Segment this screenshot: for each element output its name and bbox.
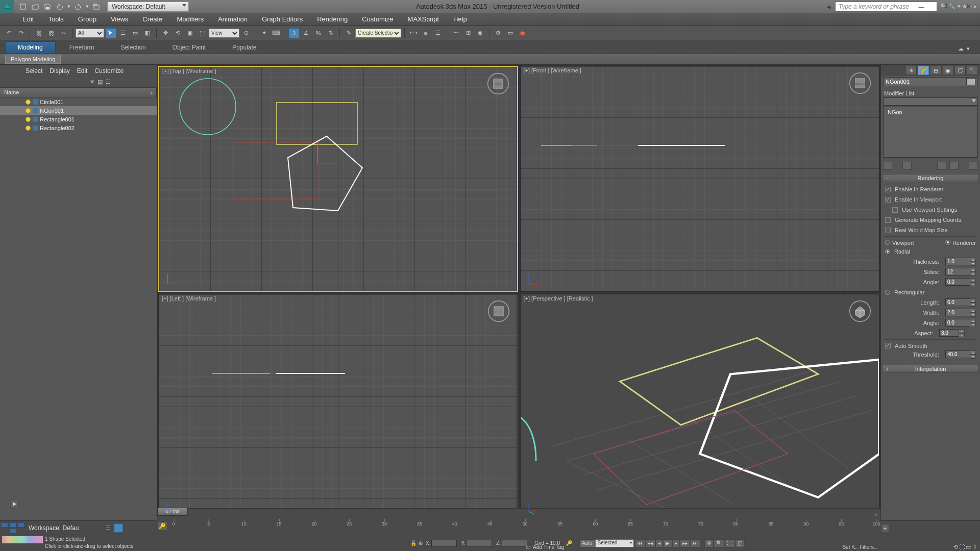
radio-renderer[interactable]	[945, 240, 950, 245]
select-by-name-icon[interactable]: ☰	[117, 28, 129, 38]
curve-editor-icon[interactable]: 〜	[450, 28, 461, 38]
color-swatch-bar[interactable]	[2, 536, 43, 543]
visibility-icon[interactable]	[26, 117, 31, 122]
viewport-front[interactable]: [+] [Front ] [Wireframe ] FRONT	[520, 66, 880, 292]
layers-icon[interactable]: ☰	[432, 28, 444, 38]
freeze-icon[interactable]	[33, 99, 38, 105]
unlink-icon[interactable]: ⛓̸	[45, 28, 57, 38]
nav-orbit-icon[interactable]: ⟲	[953, 544, 958, 550]
render-frame-icon[interactable]: ▭	[505, 28, 516, 38]
nav-zoom-icon[interactable]: 🔍	[714, 539, 725, 547]
rotate-icon[interactable]: ⟲	[172, 28, 183, 38]
add-time-tag[interactable]: Add Time Tag	[533, 544, 564, 550]
viewport-left[interactable]: [+] [Left ] [Wireframe ] LEFT	[158, 294, 518, 520]
viewport-label[interactable]: [+] [Front ] [Wireframe ]	[524, 67, 581, 73]
select-object-icon[interactable]	[105, 28, 116, 38]
modifier-list-dropdown[interactable]	[883, 97, 978, 106]
nav-maximize-icon[interactable]: ⛶	[959, 544, 965, 550]
tab-utilities-icon[interactable]: 🔨	[967, 66, 978, 75]
project-icon[interactable]	[91, 2, 102, 12]
remove-modifier-icon[interactable]	[949, 162, 959, 170]
goto-end-icon[interactable]: ⏭	[690, 539, 700, 547]
transform-y-input[interactable]	[467, 540, 492, 547]
time-tag-icon[interactable]: 🏷	[526, 544, 531, 550]
move-icon[interactable]: ✥	[160, 28, 171, 38]
checkbox-use-viewport[interactable]	[892, 207, 898, 213]
viewport-top[interactable]: [+] [Top ] [Wireframe ] TOP	[158, 66, 518, 292]
menu-modifiers[interactable]: Modifiers	[169, 13, 211, 26]
undo-tb-icon[interactable]: ↶	[3, 28, 14, 38]
visibility-icon[interactable]	[26, 126, 31, 131]
use-pivot-center-icon[interactable]: ⊙	[240, 28, 252, 38]
close-button[interactable]: ✕	[957, 0, 980, 13]
tree-node[interactable]: NGon001	[0, 106, 157, 115]
tree-node[interactable]: Rectangle001	[0, 115, 157, 123]
se-menu-edit[interactable]: Edit	[77, 67, 88, 74]
checkbox-enable-viewport[interactable]	[885, 197, 891, 203]
snap-toggle-icon[interactable]: 3	[288, 28, 300, 38]
scale-icon[interactable]: ▣	[184, 28, 195, 38]
absolute-mode-icon[interactable]: ⊕	[419, 540, 423, 546]
time-config-icon[interactable]: 🔑	[566, 540, 572, 546]
undo-dropdown-icon[interactable]: ▾	[66, 2, 71, 12]
tab-display-icon[interactable]: 🖵	[954, 66, 966, 75]
transform-z-input[interactable]	[502, 540, 527, 547]
nav-zoomext-icon[interactable]: ⛶	[725, 539, 735, 547]
set-key-button[interactable]: Set K..	[842, 544, 857, 550]
play-icon[interactable]: ▶	[663, 539, 672, 547]
rollout-header[interactable]: Interpolation	[882, 365, 979, 373]
layers-stack-icon[interactable]: ☰	[105, 524, 112, 531]
checkbox-real-world[interactable]	[885, 228, 891, 233]
set-key-icon[interactable]: 🔑	[157, 521, 167, 531]
time-ruler[interactable]: 🔑 05101520253035404550556065707580859095…	[157, 520, 880, 532]
menu-grapheditors[interactable]: Graph Editors	[255, 13, 310, 26]
new-icon[interactable]	[17, 2, 29, 12]
show-end-result-icon[interactable]	[902, 162, 912, 170]
render-setup-icon[interactable]: ⚙	[493, 28, 504, 38]
keyboard-shortcut-icon[interactable]: ⌨	[271, 28, 282, 38]
nav-walk-icon[interactable]: 🚶	[972, 544, 979, 550]
material-editor-icon[interactable]: ◉	[475, 28, 486, 38]
goto-start-icon[interactable]: ⏮	[635, 539, 645, 547]
spinner-width[interactable]: ▴▾	[945, 309, 976, 317]
manipulate-icon[interactable]: ✦	[258, 28, 270, 38]
se-tool2-icon[interactable]: ☷	[106, 79, 111, 85]
menu-edit[interactable]: Edit	[15, 13, 41, 26]
render-icon[interactable]: 🫖	[517, 28, 528, 38]
spinner-sides[interactable]: ▴▾	[945, 268, 976, 276]
key-filter-selected[interactable]: Selected	[595, 539, 634, 547]
object-name-field[interactable]: NGon001	[883, 77, 978, 86]
se-close-icon[interactable]: ✕	[90, 79, 94, 85]
tree-node[interactable]: Rectangle002	[0, 123, 157, 132]
ribbon-dropdown-icon[interactable]: ▾	[967, 45, 970, 52]
freeze-icon[interactable]	[33, 108, 38, 113]
nav-pan-icon[interactable]: ✥	[704, 539, 714, 547]
spinner-snap-icon[interactable]: ⇅	[325, 28, 336, 38]
save-icon[interactable]	[42, 2, 53, 12]
angle-snap-icon[interactable]: ∠	[301, 28, 312, 38]
align-icon[interactable]: ≡	[420, 28, 431, 38]
auto-key-button[interactable]: Auto	[579, 539, 595, 547]
tab-objectpaint[interactable]: Object Paint	[160, 41, 218, 53]
redo-icon[interactable]	[72, 2, 84, 12]
spinner-aspect[interactable]: ▴▾	[939, 329, 965, 337]
spinner-thickness[interactable]: ▴▾	[945, 258, 976, 266]
tab-freeform[interactable]: Freeform	[57, 41, 107, 53]
spinner-angle[interactable]: ▴▾	[945, 278, 976, 286]
prev-key-icon[interactable]: ◂◂	[645, 539, 655, 547]
viewport-label[interactable]: [+] [Perspective ] [Realistic ]	[524, 295, 593, 302]
se-menu-display[interactable]: Display	[50, 67, 69, 74]
lock-selection-icon[interactable]: 🔓	[410, 540, 416, 546]
pin-stack-icon[interactable]	[883, 162, 892, 170]
undo-icon[interactable]	[54, 2, 65, 12]
maximize-button[interactable]: ☐	[933, 0, 957, 13]
ribbon-panel-polygon-modeling[interactable]: Polygon Modeling	[5, 55, 61, 64]
minimize-button[interactable]: —	[910, 0, 933, 13]
spinner-length[interactable]: ▴▾	[945, 298, 976, 307]
workspace-selector[interactable]: Workspace: Default	[107, 2, 189, 12]
checkbox-enable-renderer[interactable]	[885, 187, 891, 192]
ribbon-cloud-icon[interactable]: ☁	[958, 45, 964, 52]
tab-modify-icon[interactable]: 🌈	[918, 66, 929, 75]
selection-filter[interactable]: All	[76, 29, 104, 38]
tab-hierarchy-icon[interactable]: ⊟	[930, 66, 941, 75]
